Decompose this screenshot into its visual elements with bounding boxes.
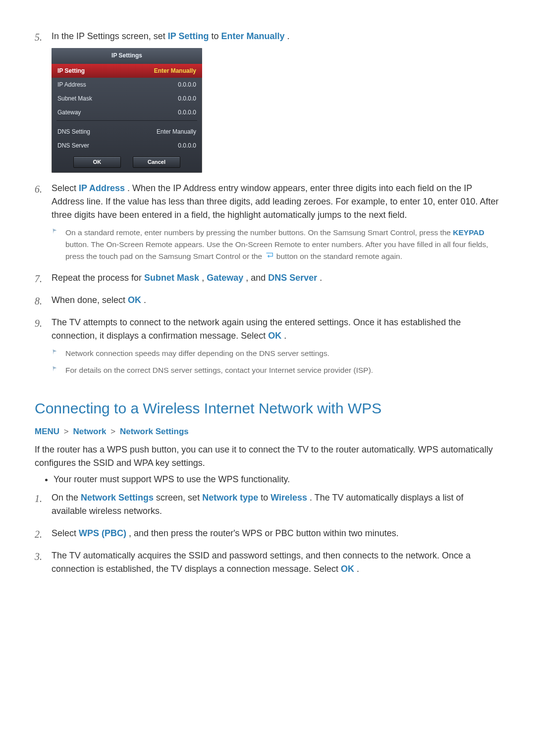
row-ip-setting-selected[interactable]: IP Setting Enter Manually bbox=[52, 64, 202, 78]
step-number: 5. bbox=[35, 30, 42, 45]
ok-button[interactable]: OK bbox=[73, 156, 121, 168]
keyword-gateway: Gateway bbox=[207, 273, 243, 283]
breadcrumb: MENU > Network > Network Settings bbox=[35, 425, 500, 438]
body-text: Select WPS (PBC) , and then press the ro… bbox=[52, 528, 399, 538]
breadcrumb-menu: MENU bbox=[35, 427, 59, 436]
wps-step-1: 1. On the Network Settings screen, set N… bbox=[35, 491, 500, 518]
keyword-dns-server: DNS Server bbox=[268, 273, 317, 283]
keyword-ok: OK bbox=[268, 331, 281, 341]
row-dns-server[interactable]: DNS Server 0.0.0.0 bbox=[52, 139, 202, 152]
step-number: 8. bbox=[35, 294, 42, 308]
note-icon bbox=[52, 349, 58, 355]
keyword-wps-pbc: WPS (PBC) bbox=[79, 528, 126, 538]
note: For details on the correct DNS server se… bbox=[52, 364, 500, 376]
keyword-subnet-mask: Subnet Mask bbox=[144, 273, 199, 283]
row-gateway[interactable]: Gateway 0.0.0.0 bbox=[52, 105, 202, 119]
breadcrumb-network-settings: Network Settings bbox=[120, 427, 189, 436]
body-text: On the Network Settings screen, set Netw… bbox=[52, 493, 464, 516]
wps-step-3: 3. The TV automatically acquires the SSI… bbox=[35, 549, 500, 576]
step-6: 6. Select IP Address . When the IP Addre… bbox=[35, 182, 500, 263]
value: Enter Manually bbox=[154, 66, 196, 75]
chevron-right-icon: > bbox=[62, 427, 71, 436]
step-number: 3. bbox=[35, 549, 42, 564]
panel-title: IP Settings bbox=[52, 48, 202, 64]
note: Network connection speeds may differ dep… bbox=[52, 348, 500, 359]
wps-step-2: 2. Select WPS (PBC) , and then press the… bbox=[35, 527, 500, 540]
section-heading-wps: Connecting to a Wireless Internet Networ… bbox=[35, 397, 500, 419]
step-8: 8. When done, select OK . bbox=[35, 294, 500, 307]
body-text: When done, select OK . bbox=[52, 295, 146, 305]
step-number: 6. bbox=[35, 182, 42, 197]
body-text: Repeat the process for Subnet Mask , Gat… bbox=[52, 273, 322, 283]
body-text: In the IP Settings screen, set IP Settin… bbox=[52, 31, 290, 41]
step-number: 1. bbox=[35, 491, 42, 506]
note: On a standard remote, enter numbers by p… bbox=[52, 227, 500, 263]
note-icon bbox=[52, 365, 58, 372]
bullet-wps-support: Your router must support WPS to use the … bbox=[54, 473, 500, 486]
keyword-ok: OK bbox=[128, 295, 141, 305]
row-ip-address[interactable]: IP Address 0.0.0.0 bbox=[52, 78, 202, 92]
step-9: 9. The TV attempts to connect to the net… bbox=[35, 316, 500, 376]
enter-icon bbox=[265, 251, 274, 262]
step-5: 5. In the IP Settings screen, set IP Set… bbox=[35, 30, 500, 173]
step-7: 7. Repeat the process for Subnet Mask , … bbox=[35, 271, 500, 285]
step-number: 2. bbox=[35, 527, 42, 542]
body-text: Select IP Address . When the IP Address … bbox=[52, 183, 499, 220]
row-subnet-mask[interactable]: Subnet Mask 0.0.0.0 bbox=[52, 92, 202, 105]
keyword-enter-manually: Enter Manually bbox=[221, 31, 285, 41]
label: IP Setting bbox=[57, 66, 85, 75]
divider bbox=[56, 120, 197, 121]
step-number: 7. bbox=[35, 271, 42, 286]
keyword-wireless: Wireless bbox=[270, 493, 307, 503]
step-number: 9. bbox=[35, 316, 42, 331]
keyword-network-type: Network type bbox=[202, 493, 258, 503]
body-text: The TV attempts to connect to the networ… bbox=[52, 317, 461, 341]
wps-intro: If the router has a WPS push button, you… bbox=[35, 443, 500, 470]
chevron-right-icon: > bbox=[108, 427, 117, 436]
note-icon bbox=[52, 228, 58, 235]
keyword-ip-address: IP Address bbox=[79, 183, 125, 193]
cancel-button[interactable]: Cancel bbox=[133, 156, 180, 168]
keyword-network-settings: Network Settings bbox=[81, 493, 154, 503]
keyword-keypad: KEYPAD bbox=[453, 228, 484, 237]
keyword-ip-setting: IP Setting bbox=[168, 31, 209, 41]
breadcrumb-network: Network bbox=[73, 427, 106, 436]
row-dns-setting[interactable]: DNS Setting Enter Manually bbox=[52, 125, 202, 139]
keyword-ok: OK bbox=[341, 564, 354, 574]
ip-settings-panel: IP Settings IP Setting Enter Manually IP… bbox=[52, 48, 202, 173]
body-text: The TV automatically acquires the SSID a… bbox=[52, 551, 471, 574]
